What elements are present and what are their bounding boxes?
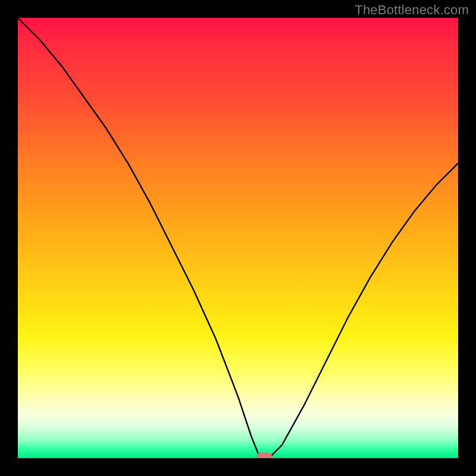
watermark-text: TheBottleneck.com — [355, 2, 469, 18]
chart-frame: TheBottleneck.com — [0, 0, 476, 476]
curve-svg — [18, 18, 458, 458]
bottleneck-curve-path — [18, 18, 458, 458]
plot-area — [18, 18, 458, 458]
optimal-marker — [256, 453, 272, 459]
